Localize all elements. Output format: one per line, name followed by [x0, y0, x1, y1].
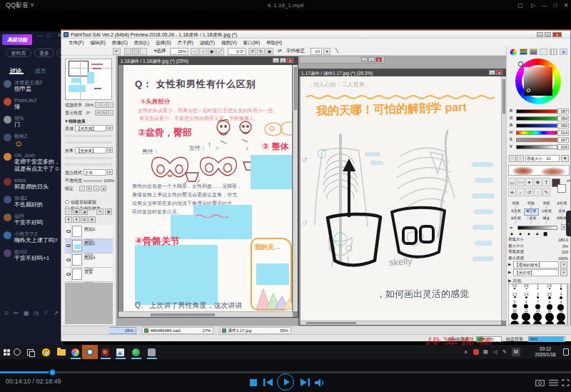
swatches-tab-icon[interactable]	[550, 49, 557, 55]
taskbar-clock[interactable]: 20:12 2020/1/18	[530, 346, 561, 358]
menu-item[interactable]: 文件(F)	[69, 39, 84, 46]
qq-maximize-icon[interactable]: □	[47, 32, 51, 39]
app-colorful-icon[interactable]	[71, 348, 79, 356]
stabilizer-value[interactable]: 10	[310, 48, 322, 55]
background-doc-titlebar[interactable]: — □ ✕	[299, 56, 385, 64]
menu-item[interactable]: 滤镜(T)	[200, 39, 215, 46]
rotate-tool-icon[interactable]: ↺	[525, 188, 533, 196]
eyedropper-icon[interactable]: ✎	[542, 188, 550, 196]
picker-size-label[interactable]: 画笔大小 10	[525, 155, 560, 162]
avatar[interactable]	[4, 153, 11, 161]
slider-value[interactable]: 067	[557, 109, 569, 114]
color-slider-row[interactable]: S 007	[508, 136, 570, 144]
color-slider-row[interactable]: G 054	[508, 115, 570, 122]
brush-cell[interactable]: 二值笔╱	[524, 216, 539, 223]
avatar[interactable]	[4, 196, 11, 203]
swatch-3[interactable]	[140, 48, 147, 55]
color-slider-row[interactable]: H 014	[508, 129, 570, 136]
effect-dropdown[interactable]: 【无效果】	[75, 147, 106, 154]
color-slider-row[interactable]: R 067	[508, 108, 570, 115]
visibility-eye-icon[interactable]	[65, 225, 71, 238]
size-preset[interactable]: 50	[555, 317, 567, 325]
brush-cell[interactable]: 水彩笔╱	[508, 216, 523, 223]
brush-shape-dd-icon[interactable]: ▾	[560, 261, 567, 268]
avatar[interactable]	[4, 134, 11, 141]
sai-taskbar-icon[interactable]	[101, 348, 109, 356]
blend-dropdown[interactable]: 正常	[84, 169, 106, 176]
presets-scrollbar[interactable]	[567, 283, 570, 325]
panel-collapse-handle[interactable]: ‹	[566, 211, 571, 236]
brush-cell[interactable]: 马克笔╱	[508, 208, 523, 216]
qq-tab[interactable]: 成员	[34, 67, 46, 75]
smiley-icon[interactable]: ☺	[4, 310, 9, 316]
cast-icon[interactable]: ▷	[528, 1, 538, 10]
rgb-slider-tab-icon[interactable]	[520, 49, 527, 55]
slider-bar[interactable]	[516, 124, 557, 128]
premium-banner[interactable]: 高级功能	[2, 34, 32, 45]
tray-expand-icon[interactable]: ∧	[464, 345, 468, 359]
layer-up-icon[interactable]: ⬆	[65, 216, 72, 223]
bgdoc-max-icon[interactable]: □	[368, 57, 375, 62]
menu-item[interactable]: 图像(C)	[112, 39, 128, 46]
lock-pen-icon[interactable]: ✎	[86, 186, 92, 191]
brush-param-row[interactable]: 最小大小0%	[508, 243, 570, 250]
sai-titlebar[interactable]: PaintTool SAI Ver.2 (64bit) Preview.2018…	[61, 31, 570, 39]
rotate-ccw-button[interactable]: ↺	[248, 48, 256, 55]
delete-layer-icon[interactable]: 🗑	[89, 216, 96, 223]
zoom-reset-button[interactable]: ⤢	[216, 48, 224, 55]
layer-row[interactable]: 图层2 100%	[65, 225, 113, 239]
size-preset[interactable]: 3.5	[544, 293, 555, 301]
zoom-out-button[interactable]: −	[191, 48, 198, 55]
zoom-tool-icon[interactable]: ⌕	[517, 188, 525, 196]
swatch-1[interactable]	[124, 48, 131, 55]
blend-dd-icon[interactable]: ▾	[107, 169, 113, 175]
sai-close-icon[interactable]: ✕	[552, 32, 562, 37]
scissors-icon[interactable]: ✂	[14, 310, 19, 316]
nav-rotate-cw-button[interactable]: ↻	[101, 110, 107, 116]
doc2-titlebar[interactable]: 1.17课件 / 课件1.17.jpg (*) (35.3%) □ ✕	[299, 69, 506, 76]
size-preset[interactable]: 2.3	[509, 293, 520, 301]
size-preset[interactable]: 4	[555, 293, 567, 301]
slider-bar[interactable]	[516, 145, 557, 149]
start-grid[interactable]	[4, 349, 10, 356]
avatar[interactable]	[4, 98, 11, 106]
angle-value[interactable]: 0.0°	[228, 48, 246, 55]
zoom-fit-button[interactable]: ▣	[208, 48, 216, 55]
new-mask-icon[interactable]: ◪	[81, 208, 88, 215]
size-preset[interactable]: 35	[532, 317, 543, 325]
fullscreen-icon[interactable]	[562, 379, 570, 386]
notification-center-icon[interactable]	[563, 348, 569, 356]
volume-icon[interactable]	[315, 378, 325, 387]
avatar[interactable]	[4, 80, 11, 88]
slider-bar[interactable]	[516, 116, 557, 121]
slider-bar[interactable]	[516, 138, 557, 142]
size-preset[interactable]: 30	[520, 317, 532, 325]
slider-bar[interactable]	[516, 109, 557, 114]
bgdoc-min-icon[interactable]: —	[361, 57, 368, 62]
mini-mode-icon[interactable]: ▢	[515, 1, 525, 10]
avatar[interactable]	[4, 249, 11, 257]
size-preset[interactable]: 3	[532, 293, 543, 301]
color-slider-row[interactable]: B 050	[508, 122, 570, 129]
seek-knob[interactable]	[49, 368, 56, 376]
size-preset[interactable]: 1.5	[544, 284, 555, 293]
file-tab[interactable]: 486486486.sai2 17%	[142, 327, 213, 334]
size-preset[interactable]: 0.8	[520, 284, 532, 293]
texture-dropdown[interactable]: 【无质感】	[75, 125, 106, 131]
app-green-icon[interactable]	[132, 348, 140, 356]
swap-colors-icon[interactable]: ⇄	[567, 178, 570, 183]
menu-item[interactable]: 选择(S)	[156, 39, 171, 46]
brush-cell[interactable]: 橡皮╱	[539, 216, 554, 223]
shape-tool-icon[interactable]: ◌	[534, 188, 542, 196]
color-wheel-tab-icon[interactable]	[510, 49, 517, 56]
bell-icon[interactable]: ⚐	[44, 310, 49, 316]
brush-cell[interactable]: 喷枪╱	[524, 201, 539, 208]
picker-btn-1[interactable]: ▫	[509, 155, 516, 162]
sai-minimize-icon[interactable]: —	[537, 32, 543, 37]
size-preset[interactable]: 8	[544, 301, 555, 309]
doc1-hscrollbar[interactable]	[118, 311, 293, 317]
new-layer-icon[interactable]: ▫	[65, 208, 72, 215]
color-scratchpad[interactable]	[508, 165, 570, 176]
avatar[interactable]	[4, 116, 11, 124]
texture-dd-icon[interactable]: ▾	[107, 125, 113, 131]
